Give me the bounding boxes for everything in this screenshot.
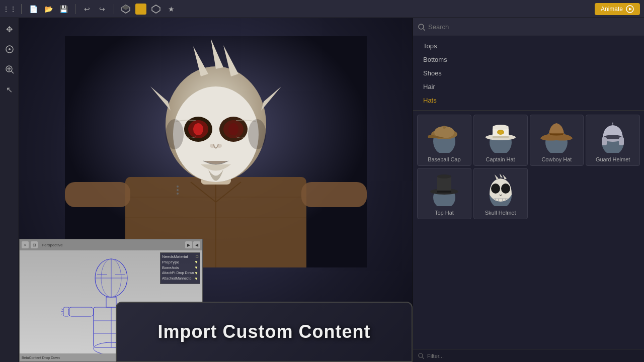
svg-rect-77 [437, 191, 451, 193]
hat-baseball-cap[interactable]: Baseball Cap [417, 115, 471, 166]
star-icon[interactable]: ★ [166, 4, 177, 15]
svg-point-37 [248, 119, 266, 149]
svg-point-36 [166, 119, 184, 149]
svg-point-88 [419, 353, 423, 357]
svg-rect-71 [602, 137, 607, 145]
svg-marker-2 [137, 5, 145, 13]
hat-thumb-guard-helmet [591, 118, 635, 154]
hat-thumb-top-hat [422, 171, 466, 208]
search-icon [418, 24, 425, 31]
svg-point-33 [228, 123, 238, 135]
svg-marker-3 [152, 5, 160, 13]
import-banner-text: Import Custom Content [158, 321, 371, 342]
hat-thumb-captain-hat [478, 118, 523, 154]
mini-viewport-topbar: × ⊡ Perspective ▶ ◀ [20, 239, 202, 250]
save-icon[interactable]: 💾 [58, 4, 69, 15]
svg-point-76 [437, 174, 451, 178]
category-shoes[interactable]: Shoes [413, 66, 644, 80]
svg-point-64 [493, 125, 509, 130]
svg-rect-18 [301, 182, 367, 207]
hat-label-top-hat: Top Hat [435, 210, 454, 216]
open-file-icon[interactable]: 📂 [43, 4, 54, 15]
hat-top-hat[interactable]: Top Hat [417, 168, 471, 219]
toolbar: ⋮⋮ 📄 📂 💾 ↩ ↪ ★ Animate [0, 0, 644, 18]
bottom-bar [413, 349, 644, 362]
mini-viewport-label: Perspective [42, 243, 63, 247]
active-3d-icon[interactable] [135, 4, 146, 15]
redo-icon[interactable]: ↪ [97, 4, 108, 15]
svg-marker-81 [503, 174, 507, 179]
search-bar [413, 18, 644, 36]
right-panel: Tops Bottoms Shoes Hair Hats [413, 18, 644, 362]
select-icon[interactable]: ↖ [3, 82, 17, 97]
svg-point-83 [501, 184, 510, 194]
svg-point-67 [499, 131, 503, 134]
svg-rect-17 [65, 182, 130, 207]
svg-rect-75 [437, 176, 451, 193]
hat-label-baseball-cap: Baseball Cap [428, 156, 460, 162]
animate-button[interactable]: Animate [595, 3, 640, 15]
dot-1 [177, 186, 179, 188]
category-tops[interactable]: Tops [413, 39, 644, 53]
mini-panel-row-3: BoneAxis▼ [162, 265, 198, 270]
menu-icon[interactable]: ⋮⋮ [4, 4, 15, 15]
import-banner[interactable]: Import Custom Content [116, 302, 413, 362]
left-sidebar: ✥ ↖ [0, 18, 19, 362]
bottom-filter-input[interactable] [427, 353, 639, 359]
move-icon[interactable]: ✥ [3, 22, 17, 36]
hat-label-guard-helmet: Guard Helmet [596, 156, 630, 162]
main-layout: ✥ ↖ Assemble Customize Clothing Texture [0, 18, 644, 362]
undo-icon[interactable]: ↩ [82, 4, 93, 15]
svg-point-55 [419, 24, 424, 29]
panel-resize-handle[interactable] [174, 186, 181, 195]
rotate-icon[interactable] [3, 42, 17, 56]
svg-line-8 [11, 71, 14, 74]
hat-label-skull-helmet: Skull Helmet [485, 210, 516, 216]
category-hair[interactable]: Hair [413, 80, 644, 94]
svg-point-60 [443, 126, 446, 129]
svg-point-32 [193, 123, 203, 135]
hat-cowboy-hat[interactable]: Cowboy Hat [530, 115, 584, 166]
dot-3 [177, 193, 179, 195]
hat-thumb-baseball-cap [422, 118, 466, 154]
hat-thumb-cowboy-hat [534, 118, 579, 154]
hat-label-cowboy-hat: Cowboy Hat [541, 156, 572, 162]
toolbar-separator-2 [75, 4, 75, 14]
bottom-search-icon [418, 353, 424, 359]
category-hats[interactable]: Hats [413, 94, 644, 107]
hat-label-captain-hat: Captain Hat [486, 156, 515, 162]
svg-rect-49 [68, 307, 94, 316]
3d-mode-icon[interactable] [120, 4, 131, 15]
hat-guard-helmet[interactable]: Guard Helmet [586, 115, 640, 166]
dot-2 [177, 189, 179, 191]
svg-point-35 [217, 144, 222, 148]
mini-nav-btn[interactable]: ▶ [185, 241, 192, 248]
hat-skull-helmet[interactable]: Skull Helmet [473, 168, 528, 219]
svg-rect-44 [106, 297, 116, 307]
category-list: Tops Bottoms Shoes Hair Hats [413, 36, 644, 111]
svg-rect-72 [619, 137, 624, 145]
svg-marker-79 [495, 174, 499, 179]
zoom-icon[interactable] [3, 62, 17, 76]
svg-point-82 [491, 184, 500, 194]
mini-panel-row-2: PropType▼ [162, 260, 198, 264]
search-input[interactable] [428, 23, 639, 31]
character-model [65, 36, 367, 267]
viewport[interactable]: Assemble Customize Clothing Texture [19, 18, 413, 362]
category-bottoms[interactable]: Bottoms [413, 53, 644, 66]
svg-line-89 [423, 357, 425, 359]
mini-panel-row-5: AttachedMannecto▼ [162, 277, 198, 281]
animate-label: Animate [601, 6, 623, 13]
mini-btn-2[interactable]: ⊡ [31, 241, 38, 248]
svg-point-34 [210, 144, 215, 148]
mini-nav-btn-2[interactable]: ◀ [193, 241, 200, 248]
svg-point-6 [9, 48, 11, 50]
new-file-icon[interactable]: 📄 [28, 4, 39, 15]
mini-panel-row-1: NeedsMaterial□ [162, 254, 198, 259]
mini-panel-row-4: AttachPt Drop Down▼ [162, 271, 198, 276]
hat-captain-hat[interactable]: Captain Hat [473, 115, 528, 166]
toolbar-separator-3 [114, 4, 114, 14]
mini-properties-panel: NeedsMaterial□ PropType▼ BoneAxis▼ Attac… [160, 252, 200, 284]
box-icon[interactable] [150, 4, 162, 15]
mini-btn-1[interactable]: × [22, 241, 29, 248]
